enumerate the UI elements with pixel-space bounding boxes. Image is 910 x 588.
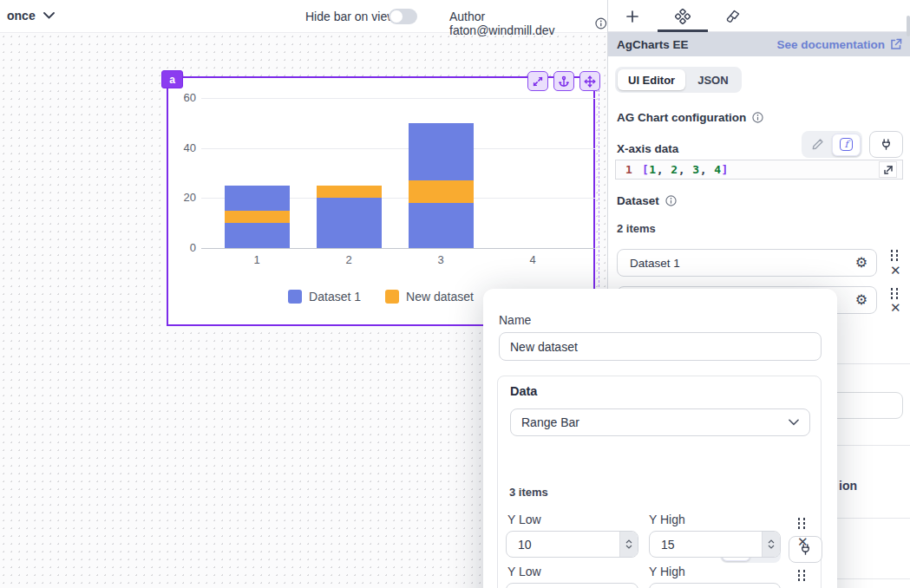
x-tick-label: 2 bbox=[330, 253, 368, 266]
yhigh-label: Y High bbox=[649, 513, 685, 526]
hide-bar-label: Hide bar on view bbox=[305, 10, 396, 23]
value-items-count: 3 items bbox=[509, 486, 548, 499]
info-icon bbox=[665, 195, 677, 206]
xaxis-connect-button[interactable] bbox=[869, 131, 903, 158]
dataset-name-value: New dataset bbox=[510, 340, 578, 354]
legend-item[interactable]: New dataset bbox=[385, 290, 474, 304]
paintbrush-icon bbox=[725, 9, 741, 24]
number-spinner[interactable] bbox=[762, 532, 780, 557]
gridline bbox=[201, 98, 595, 99]
config-title-text: AG Chart configuration bbox=[617, 111, 746, 124]
code-token: 2 bbox=[671, 163, 678, 176]
expression-button[interactable]: f bbox=[832, 134, 861, 156]
x-axis-line bbox=[201, 248, 595, 249]
dataset-settings-modal: Name New dataset Data Range Bar Value f bbox=[483, 289, 837, 588]
yhigh-value: 15 bbox=[650, 538, 762, 552]
dataset-section-label: Dataset bbox=[617, 194, 677, 207]
ylow-label: Y Low bbox=[507, 513, 541, 526]
panel-scrollbar[interactable] bbox=[907, 16, 910, 36]
spinner-up-icon bbox=[625, 539, 632, 544]
ylow-value: 10 bbox=[507, 538, 619, 552]
tab-json[interactable]: JSON bbox=[687, 69, 738, 90]
config-section-title: AG Chart configuration bbox=[617, 111, 763, 124]
gear-icon[interactable]: ⚙ bbox=[855, 293, 867, 307]
code-line-number: 1 bbox=[616, 163, 642, 176]
info-icon bbox=[752, 112, 763, 123]
tab-insert[interactable] bbox=[608, 4, 657, 29]
expand-component-button[interactable] bbox=[527, 71, 548, 91]
chart-plot: 02040601234Dataset 1New dataset bbox=[168, 78, 593, 324]
run-mode-dropdown[interactable]: once bbox=[7, 9, 55, 23]
yhigh-input[interactable] bbox=[649, 583, 781, 588]
value-row-drag-handle[interactable] bbox=[796, 569, 808, 581]
panel-tabs bbox=[608, 0, 910, 32]
dataset-name-input[interactable]: New dataset bbox=[499, 332, 822, 361]
editor-topbar: once Hide bar on view Author faton@windm… bbox=[0, 0, 607, 33]
dataset-2-remove-button[interactable]: ✕ bbox=[890, 301, 901, 314]
see-documentation-link[interactable]: See documentation bbox=[776, 38, 902, 51]
value-row-drag-handle[interactable] bbox=[796, 517, 808, 529]
code-token: , bbox=[700, 163, 715, 176]
legend-swatch bbox=[385, 290, 399, 304]
author-info: Author faton@windmill.dev bbox=[449, 10, 607, 37]
code-token: , bbox=[678, 163, 693, 176]
dataset-1-drag-handle[interactable] bbox=[889, 249, 900, 261]
y-tick-label: 60 bbox=[170, 91, 196, 104]
static-edit-button[interactable] bbox=[803, 134, 832, 156]
gear-icon[interactable]: ⚙ bbox=[855, 256, 867, 270]
tab-settings[interactable] bbox=[658, 4, 707, 29]
code-expand-button[interactable] bbox=[879, 161, 897, 178]
dataset-count: 2 items bbox=[617, 222, 656, 235]
data-type-value: Range Bar bbox=[521, 415, 579, 429]
gridline bbox=[201, 148, 595, 149]
ylow-input[interactable]: 10 bbox=[506, 531, 638, 558]
yhigh-input[interactable]: 15 bbox=[649, 531, 781, 558]
bar-segment-dataset1 bbox=[317, 198, 382, 248]
value-row-remove-button[interactable]: ✕ bbox=[797, 535, 809, 548]
code-token: , bbox=[657, 163, 671, 176]
legend-swatch bbox=[288, 290, 302, 304]
number-spinner[interactable] bbox=[619, 532, 638, 557]
legend-label: Dataset 1 bbox=[309, 290, 361, 304]
xaxis-code-editor[interactable]: 1 [1, 2, 3, 4] bbox=[615, 160, 903, 180]
tab-ui-editor[interactable]: UI Editor bbox=[618, 69, 685, 90]
hide-bar-toggle[interactable] bbox=[389, 9, 417, 24]
y-tick-label: 0 bbox=[170, 241, 196, 254]
dataset-1-name-input[interactable]: Dataset 1 ⚙ bbox=[617, 249, 877, 277]
dataset-2-drag-handle[interactable] bbox=[889, 287, 900, 299]
app-root: once Hide bar on view Author faton@windm… bbox=[0, 0, 910, 588]
range-bar-segment-newdataset bbox=[317, 186, 382, 198]
yhigh-label: Y High bbox=[649, 565, 685, 578]
run-mode-label: once bbox=[7, 9, 36, 23]
anchor-component-button[interactable] bbox=[553, 71, 574, 91]
toggle-knob bbox=[390, 10, 403, 23]
pencil-icon bbox=[811, 138, 824, 151]
xaxis-input-mode-group: f bbox=[802, 131, 862, 158]
ylow-input[interactable] bbox=[506, 583, 638, 588]
spinner-down-icon bbox=[625, 545, 632, 549]
legend-item[interactable]: Dataset 1 bbox=[288, 290, 361, 304]
component-header: AgCharts EE See documentation bbox=[608, 32, 910, 56]
external-link-icon bbox=[890, 38, 902, 50]
function-icon: f bbox=[840, 138, 853, 151]
move-component-button[interactable] bbox=[579, 71, 600, 91]
name-field-label: Name bbox=[499, 313, 531, 327]
code-token: 4 bbox=[714, 163, 721, 176]
plug-icon bbox=[880, 138, 893, 151]
spinner-down-icon bbox=[768, 545, 775, 549]
component-id-badge[interactable]: a bbox=[161, 70, 183, 88]
data-type-select[interactable]: Range Bar bbox=[510, 408, 810, 436]
code-token: ] bbox=[722, 163, 729, 176]
range-bar-segment-newdataset bbox=[409, 180, 474, 203]
chevron-down-icon bbox=[789, 419, 799, 426]
dataset-1-remove-button[interactable]: ✕ bbox=[890, 264, 901, 277]
x-tick-label: 4 bbox=[514, 253, 552, 266]
code-content: [1, 2, 3, 4] bbox=[642, 163, 729, 176]
code-token: 1 bbox=[649, 163, 656, 176]
legend-label: New dataset bbox=[406, 290, 474, 304]
anchor-icon bbox=[558, 75, 570, 88]
chevron-down-icon bbox=[43, 12, 55, 19]
tab-styling[interactable] bbox=[709, 4, 757, 29]
doc-link-label: See documentation bbox=[776, 38, 885, 51]
data-section-title: Data bbox=[510, 384, 537, 398]
